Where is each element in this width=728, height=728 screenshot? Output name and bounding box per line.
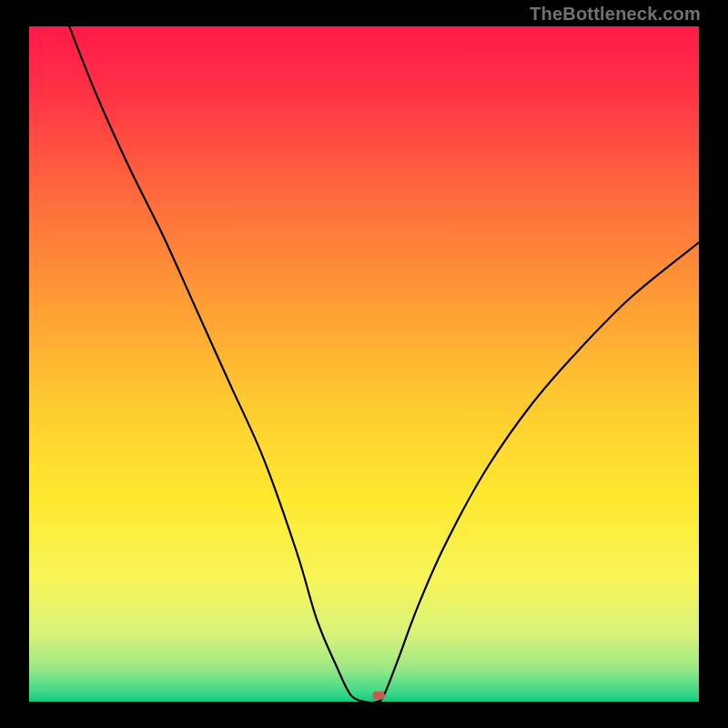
watermark-text: TheBottleneck.com: [530, 4, 701, 25]
bottleneck-curve-plot: [29, 26, 699, 702]
gradient-background: [29, 26, 699, 702]
optimal-point-marker: [373, 692, 385, 700]
